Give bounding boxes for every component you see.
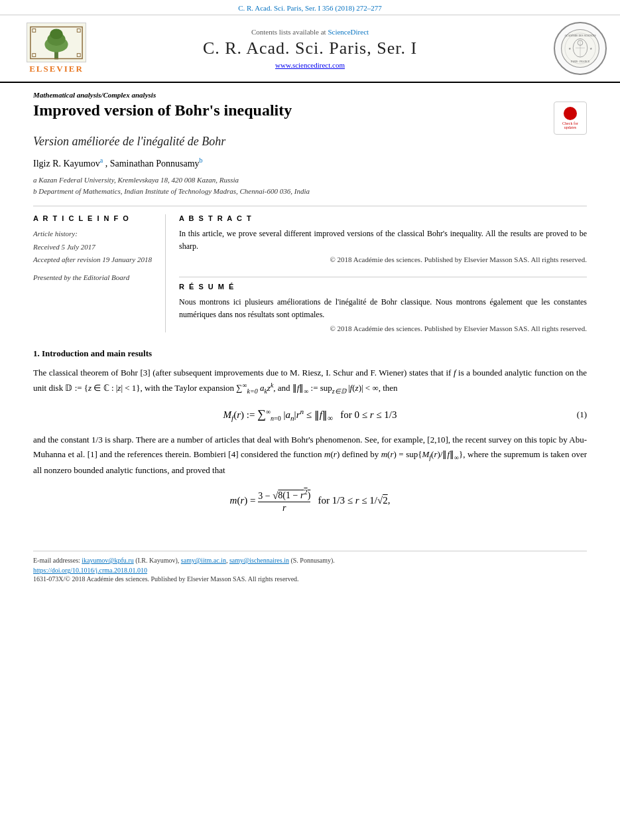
- article-info-col: A R T I C L E I N F O Article history: R…: [33, 214, 166, 332]
- email1-link[interactable]: ikayumov@kpfu.ru: [82, 557, 133, 564]
- email1-name: (I.R. Kayumov),: [135, 557, 179, 564]
- author1-name: Ilgiz R. Kayumov: [33, 159, 100, 169]
- svg-text:ACADÉMIE DES SCIENCES: ACADÉMIE DES SCIENCES: [564, 34, 595, 37]
- journal-url: www.sciencedirect.com: [99, 61, 521, 69]
- article-history: Article history: Received 5 July 2017 Ac…: [33, 228, 155, 267]
- abstract-text: In this article, we prove several differ…: [179, 228, 587, 253]
- formula-1-number: (1): [577, 409, 587, 420]
- journal-header: ELSEVIER Contents lists available at Sci…: [0, 15, 620, 83]
- journal-title: C. R. Acad. Sci. Paris, Ser. I: [99, 38, 521, 58]
- received-date: Received 5 July 2017: [33, 241, 155, 254]
- elsevier-text: ELSEVIER: [29, 64, 84, 74]
- doi-line: https://doi.org/10.1016/j.crma.2018.01.0…: [33, 567, 587, 574]
- elsevier-tree-svg: [27, 25, 86, 61]
- section-1-para2: and the constant 1/3 is sharp. There are…: [33, 433, 587, 478]
- formula-mr-fraction: 3 − √8(1 − r2) r: [258, 489, 310, 514]
- presented-by: Presented by the Editorial Board: [33, 273, 155, 281]
- section-1-title: 1. Introduction and main results: [33, 348, 587, 359]
- journal-info-center: Contents lists available at ScienceDirec…: [99, 28, 521, 69]
- article-content: Mathematical analysis/Complex analysis I…: [0, 83, 620, 537]
- svg-rect-7: [32, 53, 36, 56]
- author1-sup: a: [100, 157, 103, 164]
- authors-line: Ilgiz R. Kayumova , Saminathan Ponnusamy…: [33, 157, 587, 169]
- journal-url-link[interactable]: www.sciencedirect.com: [275, 61, 345, 69]
- footer: E-mail addresses: ikayumov@kpfu.ru (I.R.…: [33, 551, 587, 583]
- article-title: Improved version of Bohr's inequality: [33, 102, 547, 119]
- authors-separator: , Saminathan Ponnusamy: [105, 159, 200, 169]
- citation-bar: C. R. Acad. Sci. Paris, Ser. I 356 (2018…: [0, 0, 620, 15]
- check-updates-icon: [564, 107, 577, 120]
- journal-emblem-area: ACADÉMIE DES SCIENCES PARIS · FRANCE ★ ★: [521, 22, 607, 75]
- abstract-col: A B S T R A C T In this article, we prov…: [179, 214, 587, 332]
- abstract-heading: A B S T R A C T: [179, 214, 587, 222]
- footer-email-line: E-mail addresses: ikayumov@kpfu.ru (I.R.…: [33, 557, 587, 564]
- svg-rect-6: [77, 29, 80, 32]
- svg-rect-8: [77, 53, 80, 56]
- divider-1: [33, 206, 587, 206]
- section-1-para1: The classical theorem of Bohr [3] (after…: [33, 366, 587, 397]
- email2-sep: ,: [226, 557, 228, 564]
- resume-heading: R É S U M É: [179, 277, 587, 291]
- abstract-copyright: © 2018 Académie des sciences. Published …: [179, 255, 587, 263]
- article-title-french: Version améliorée de l'inégalité de Bohr: [33, 135, 587, 149]
- check-for-updates-badge: Check forupdates: [554, 102, 587, 135]
- formula-mr: m(r) = 3 − √8(1 − r2) r for 1/3 ≤ r ≤ 1/…: [33, 489, 587, 514]
- citation-text: C. R. Acad. Sci. Paris, Ser. I 356 (2018…: [238, 4, 382, 12]
- email2-link[interactable]: samy@iitm.ac.in: [181, 557, 226, 564]
- affiliations: a Kazan Federal University, Kremlevskaya…: [33, 175, 587, 198]
- email3-name: (S. Ponnusamy).: [290, 557, 334, 564]
- resume-text: Nous montrons ici plusieurs amélioration…: [179, 296, 587, 321]
- elsevier-logo: ELSEVIER: [13, 23, 99, 74]
- affil2: b Department of Mathematics, Indian Inst…: [33, 186, 587, 198]
- formula-1-content: Mf(r) := ∑∞n=0 |an|rn ≤ ‖f‖∞ for 0 ≤ r ≤…: [223, 407, 397, 422]
- affil1: a Kazan Federal University, Kremlevskaya…: [33, 175, 587, 186]
- contents-line: Contents lists available at ScienceDirec…: [99, 28, 521, 36]
- section-1: 1. Introduction and main results The cla…: [33, 348, 587, 514]
- elsevier-tree-image: [27, 23, 86, 62]
- email3-link[interactable]: samy@ischennaires.in: [229, 557, 289, 564]
- history-label: Article history:: [33, 228, 155, 241]
- accepted-date: Accepted after revision 19 January 2018: [33, 253, 155, 267]
- title-row: Improved version of Bohr's inequality Ch…: [33, 102, 587, 135]
- svg-text:PARIS · FRANCE: PARIS · FRANCE: [571, 60, 590, 63]
- svg-point-3: [50, 29, 63, 39]
- svg-rect-5: [32, 29, 36, 32]
- the-word: the: [452, 435, 463, 445]
- issn-line: 1631-073X/© 2018 Académie des sciences. …: [33, 575, 587, 583]
- doi-link[interactable]: https://doi.org/10.1016/j.crma.2018.01.0…: [33, 567, 147, 574]
- article-info-heading: A R T I C L E I N F O: [33, 214, 155, 222]
- emblem-svg: ACADÉMIE DES SCIENCES PARIS · FRANCE ★ ★: [560, 23, 600, 74]
- info-abstract-columns: A R T I C L E I N F O Article history: R…: [33, 214, 587, 332]
- formula-1: Mf(r) := ∑∞n=0 |an|rn ≤ ‖f‖∞ for 0 ≤ r ≤…: [33, 407, 587, 422]
- section-label: Mathematical analysis/Complex analysis: [33, 91, 587, 99]
- journal-emblem: ACADÉMIE DES SCIENCES PARIS · FRANCE ★ ★: [554, 22, 607, 75]
- resume-copyright: © 2018 Académie des sciences. Published …: [179, 324, 587, 332]
- author2-sup: b: [200, 157, 203, 164]
- resume-section: R É S U M É Nous montrons ici plusieurs …: [179, 277, 587, 332]
- email-label: E-mail addresses:: [33, 557, 80, 564]
- elsevier-logo-area: ELSEVIER: [13, 23, 99, 74]
- sciencedirect-link[interactable]: ScienceDirect: [328, 28, 369, 36]
